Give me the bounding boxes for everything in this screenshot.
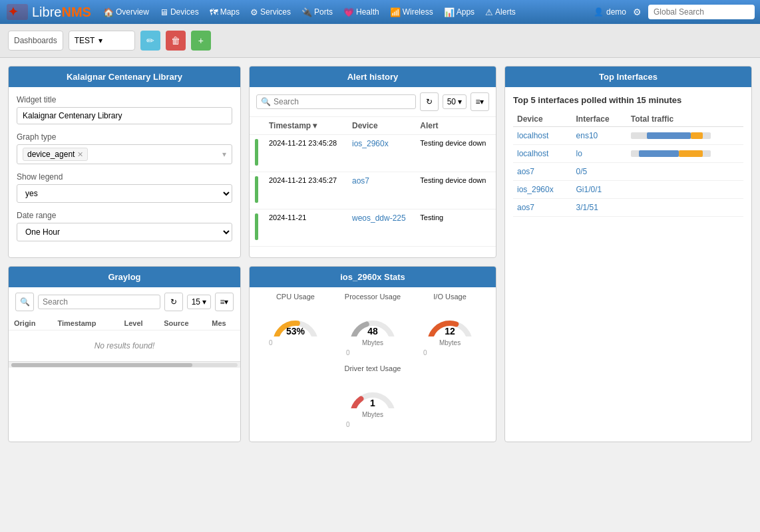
processor-gauge-wrap: 48 — [346, 303, 399, 336]
graylog-search-box[interactable] — [38, 295, 160, 309]
alerts-icon: ⚠ — [485, 7, 493, 17]
alert-search-input[interactable] — [274, 97, 411, 106]
graylog-scrollbar[interactable] — [9, 361, 240, 368]
alert-search-box[interactable]: 🔍 — [256, 94, 416, 109]
alert-device-cell[interactable]: ios_2960x — [347, 135, 415, 172]
refresh-icon: ↻ — [170, 297, 177, 307]
columns-icon: ≡▾ — [220, 297, 228, 307]
alert-timestamp-col[interactable]: Timestamp ▾ — [264, 117, 347, 135]
device-link[interactable]: aos7 — [517, 203, 534, 212]
device-link[interactable]: ios_2960x — [517, 185, 554, 194]
interface-link[interactable]: lo — [576, 149, 582, 158]
interface-link[interactable]: ens10 — [576, 131, 598, 140]
nav-maps[interactable]: 🗺 Maps — [206, 0, 244, 24]
device-link[interactable]: localhost — [517, 149, 548, 158]
alert-device-cell[interactable]: aos7 — [347, 172, 415, 209]
processor-gauge: Processor Usage 48 Mbytes 0 — [345, 293, 401, 356]
device-link[interactable]: aos7 — [517, 167, 534, 176]
top-interface-cell[interactable]: 3/1/51 — [572, 199, 627, 217]
columns-icon: ≡▾ — [475, 97, 484, 106]
graylog-no-results: No results found! — [9, 331, 240, 361]
interface-link[interactable]: 3/1/51 — [576, 203, 598, 212]
graph-type-select[interactable]: device_agent ✕ ▾ — [17, 144, 232, 164]
date-range-select[interactable]: One Hour Six Hours One Day One Week — [17, 223, 232, 241]
top-interface-cell[interactable]: lo — [572, 145, 627, 163]
wireless-icon: 📶 — [390, 7, 401, 17]
nav-apps[interactable]: 📊 Apps — [440, 0, 478, 24]
alert-columns-button[interactable]: ≡▾ — [471, 92, 489, 111]
top-traffic-cell — [627, 199, 743, 217]
alert-status-cell — [250, 135, 264, 172]
device-link[interactable]: aos7 — [352, 176, 369, 186]
top-device-cell[interactable]: aos7 — [513, 199, 572, 217]
top-table-row: localhost lo — [513, 145, 743, 163]
alert-status-cell — [250, 209, 264, 247]
interface-link[interactable]: 0/5 — [576, 167, 588, 176]
alert-count-select[interactable]: 50 ▾ — [443, 94, 467, 109]
show-legend-select[interactable]: yes no — [17, 184, 232, 203]
graylog-search-input[interactable] — [43, 297, 156, 307]
top-table-row: ios_2960x Gi1/0/1 — [513, 181, 743, 199]
device-link[interactable]: ios_2960x — [352, 139, 389, 148]
top-device-cell[interactable]: aos7 — [513, 163, 572, 181]
nav-wireless[interactable]: 📶 Wireless — [386, 0, 437, 24]
user-icon: 👤 — [594, 7, 604, 17]
nav-services[interactable]: ⚙ Services — [246, 0, 295, 24]
pencil-icon: ✏ — [146, 35, 154, 46]
graylog-search-icon-btn[interactable]: 🔍 — [15, 293, 34, 311]
brand-logo[interactable]: ✦ LibreNMS — [5, 3, 91, 21]
date-range-label: Date range — [17, 211, 232, 220]
home-icon: 🏠 — [103, 7, 114, 17]
sort-icon: ▾ — [313, 121, 317, 130]
dashboard-select[interactable]: TEST ▾ — [69, 31, 135, 51]
nav-overview[interactable]: 🏠 Overview — [99, 0, 153, 24]
top-interface-cell[interactable]: ens10 — [572, 127, 627, 145]
nav-ports[interactable]: 🔌 Ports — [297, 0, 337, 24]
graylog-mes-col: Mes — [206, 317, 240, 331]
alert-alert-col: Alert — [415, 117, 496, 135]
global-search-input[interactable] — [648, 5, 755, 19]
status-bar — [255, 176, 258, 203]
user-menu[interactable]: 👤 demo — [594, 7, 626, 17]
top-interface-cell[interactable]: Gi1/0/1 — [572, 181, 627, 199]
graph-type-group: Graph type device_agent ✕ ▾ — [17, 132, 232, 164]
graylog-count-select[interactable]: 15 ▾ — [187, 295, 211, 309]
top-device-cell[interactable]: ios_2960x — [513, 181, 572, 199]
kalaignar-panel: Kalaignar Centenary Library Widget title… — [8, 66, 241, 258]
interface-link[interactable]: Gi1/0/1 — [576, 185, 602, 194]
io-gauge-wrap: 12 — [423, 303, 476, 336]
top-traffic-cell — [627, 127, 743, 145]
main-content: Kalaignar Centenary Library Widget title… — [0, 58, 760, 450]
widget-title-input[interactable] — [17, 107, 232, 124]
graylog-columns-button[interactable]: ≡▾ — [215, 293, 234, 311]
settings-icon[interactable]: ⚙ — [630, 7, 644, 17]
add-widget-button[interactable]: + — [191, 31, 211, 51]
alert-timestamp-cell: 2024-11-21 23:45:27 — [264, 172, 347, 209]
alert-alert-cell: Testing device down — [415, 135, 496, 172]
kalaignar-body: Widget title Graph type device_agent ✕ ▾… — [9, 87, 240, 257]
top-table-row: localhost ens10 — [513, 127, 743, 145]
top-device-cell[interactable]: localhost — [513, 127, 572, 145]
select-dropdown-icon: ▾ — [222, 150, 226, 159]
nav-health[interactable]: 💗 Health — [339, 0, 383, 24]
nav-devices[interactable]: 🖥 Devices — [156, 0, 203, 24]
delete-dashboard-button[interactable]: 🗑 — [166, 31, 186, 51]
processor-gauge-range: 0 — [346, 349, 399, 356]
top-table-row: aos7 0/5 — [513, 163, 743, 181]
alert-alert-cell: Testing — [415, 209, 496, 247]
device-link[interactable]: localhost — [517, 131, 548, 140]
device-link[interactable]: weos_ddw-225 — [352, 213, 406, 223]
graph-type-label: Graph type — [17, 132, 232, 142]
edit-dashboard-button[interactable]: ✏ — [140, 31, 160, 51]
alert-device-cell[interactable]: weos_ddw-225 — [347, 209, 415, 247]
graylog-refresh-button[interactable]: ↻ — [164, 293, 183, 311]
driver-gauge: Driver text Usage 1 Mbytes 0 — [345, 364, 401, 428]
top-device-cell[interactable]: localhost — [513, 145, 572, 163]
services-icon: ⚙ — [250, 7, 258, 17]
top-interface-cell[interactable]: 0/5 — [572, 163, 627, 181]
io-gauge: I/O Usage 12 Mbytes 0 — [423, 293, 476, 356]
cpu-gauge: CPU Usage 53% 0 — [269, 293, 322, 356]
nav-alerts[interactable]: ⚠ Alerts — [481, 0, 520, 24]
alert-refresh-button[interactable]: ↻ — [420, 92, 439, 111]
tag-remove-icon[interactable]: ✕ — [77, 150, 83, 159]
